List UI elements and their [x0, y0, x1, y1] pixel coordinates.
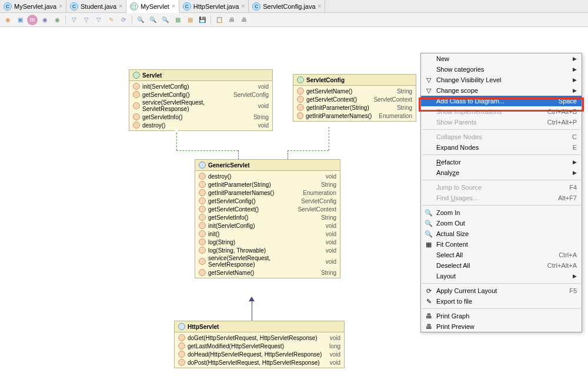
menu-item[interactable]: New▶: [421, 53, 582, 64]
close-icon[interactable]: ×: [172, 3, 175, 9]
return-type: Enumeration: [298, 190, 336, 196]
class-icon: [178, 323, 185, 330]
menu-item[interactable]: Show categories▶: [421, 64, 582, 75]
menu-item[interactable]: 🔍Actual Size: [421, 228, 582, 239]
method-row[interactable]: getServletName()String: [293, 87, 416, 95]
method-row[interactable]: getServletContext()ServletContext: [195, 205, 340, 213]
editor-tab[interactable]: CMyServlet.java×: [0, 0, 66, 12]
method-row[interactable]: init()void: [195, 230, 340, 238]
method-row[interactable]: log(String, Throwable)void: [195, 246, 340, 254]
editor-tab[interactable]: ⬚MyServlet×: [126, 0, 179, 13]
method-name: getInitParameterNames(): [208, 190, 296, 196]
menu-item[interactable]: Deselect AllCtrl+Alt+A: [421, 260, 582, 271]
return-type: void: [253, 122, 269, 129]
toolbar-btn[interactable]: ▽: [81, 15, 92, 25]
menu-item[interactable]: ▽Change scope▶: [421, 85, 582, 96]
method-row[interactable]: service(ServletRequest, ServletResponse)…: [129, 99, 272, 113]
toolbar-btn[interactable]: 📋: [214, 15, 225, 25]
toolbar-btn[interactable]: ▽: [93, 15, 104, 25]
method-row[interactable]: getServletConfig()ServletConfig: [129, 90, 272, 99]
actual-size-icon[interactable]: 🔍: [160, 15, 171, 25]
method-row[interactable]: init(ServletConfig)void: [195, 221, 340, 230]
menu-item[interactable]: 🔍Zoom Out: [421, 218, 582, 228]
method-row[interactable]: getLastModified(HttpServletRequest)long: [175, 342, 344, 350]
menu-item[interactable]: 🖶Print Graph: [421, 311, 582, 321]
method-row[interactable]: getServletContext()ServletContext: [293, 95, 416, 103]
zoom-in-icon[interactable]: 🔍: [135, 15, 146, 25]
method-name: getServletName(): [306, 88, 390, 95]
menu-item[interactable]: ▦Fit Content: [421, 239, 582, 250]
toolbar-btn[interactable]: ◉: [52, 15, 62, 25]
editor-tab[interactable]: CHttpServlet.java×: [179, 0, 249, 12]
method-row[interactable]: getInitParameterNames()Enumeration: [293, 112, 416, 120]
method-row[interactable]: getInitParameter(String)String: [195, 180, 340, 189]
method-name: getServletInfo(): [142, 114, 246, 120]
method-row[interactable]: getServletInfo()String: [195, 213, 340, 221]
method-row[interactable]: destroy()void: [129, 121, 272, 129]
close-icon[interactable]: ×: [241, 3, 245, 9]
toolbar-btn[interactable]: ▣: [15, 15, 25, 25]
method-name: init(ServletConfig): [208, 223, 319, 229]
toolbar-btn[interactable]: ◉: [39, 15, 50, 25]
toolbar-btn[interactable]: ▽: [69, 15, 79, 25]
tab-label: Student.java: [81, 3, 116, 10]
menu-item-shortcut: Ctrl+Alt+B: [547, 108, 577, 115]
menu-item[interactable]: Select AllCtrl+A: [421, 250, 582, 260]
close-icon[interactable]: ×: [318, 3, 322, 9]
method-row[interactable]: doPost(HttpServletRequest, HttpServletRe…: [175, 358, 344, 366]
method-row[interactable]: getServletInfo()String: [129, 113, 272, 121]
menu-item[interactable]: Layout▶: [421, 271, 582, 281]
close-icon[interactable]: ×: [119, 3, 122, 9]
save-icon[interactable]: 💾: [197, 15, 208, 25]
method-icon: [133, 83, 140, 90]
menu-item[interactable]: Add Class to Diagram...Space: [421, 96, 582, 106]
menu-item[interactable]: Refactor▶: [421, 157, 582, 167]
return-type: String: [392, 105, 412, 111]
method-row[interactable]: log(String)void: [195, 238, 340, 246]
class-node-genericservlet[interactable]: GenericServlet destroy()voidgetInitParam…: [195, 159, 340, 278]
menu-item[interactable]: Expand NodesE: [421, 142, 582, 153]
print-icon[interactable]: 🖶: [226, 15, 237, 25]
method-row[interactable]: getInitParameterNames()Enumeration: [195, 189, 340, 197]
method-row[interactable]: destroy()void: [195, 172, 340, 180]
menu-item-icon: 🔍: [424, 209, 433, 217]
toolbar-btn[interactable]: ◉: [2, 15, 13, 25]
menu-item[interactable]: ✎Export to file: [421, 296, 582, 307]
class-node-servletconfig[interactable]: ServletConfig getServletName()StringgetS…: [293, 74, 416, 122]
method-row[interactable]: doHead(HttpServletRequest, HttpServletRe…: [175, 350, 344, 358]
toolbar-btn[interactable]: ✎: [106, 15, 116, 25]
menu-item-icon: 🔍: [424, 220, 433, 227]
context-menu: New▶Show categories▶▽Change Visibility L…: [420, 53, 582, 332]
menu-item[interactable]: 🖶Print Preview: [421, 321, 582, 332]
method-row[interactable]: init(ServletConfig)void: [129, 82, 272, 90]
method-row[interactable]: getServletName()String: [195, 268, 340, 277]
return-type: Enumeration: [374, 113, 412, 119]
class-node-servlet[interactable]: Servlet init(ServletConfig)voidgetServle…: [129, 69, 273, 131]
diagram-file-icon: ⬚: [130, 2, 138, 11]
toolbar-btn[interactable]: ▦: [185, 15, 195, 25]
method-row[interactable]: getInitParameter(String)String: [293, 103, 416, 112]
method-name: init(): [208, 231, 319, 237]
zoom-out-icon[interactable]: 🔍: [148, 15, 158, 25]
toolbar-btn[interactable]: m: [27, 15, 38, 25]
editor-tab[interactable]: CStudent.java×: [66, 0, 126, 12]
class-node-httpservlet[interactable]: HttpServlet doGet(HttpServletRequest, Ht…: [174, 321, 345, 368]
return-type: String: [316, 214, 336, 221]
menu-item[interactable]: ▽Change Visibility Level▶: [421, 75, 582, 85]
method-name: getServletConfig(): [142, 92, 226, 98]
toolbar-btn[interactable]: ⟳: [118, 15, 129, 25]
editor-tab[interactable]: CServletConfig.java×: [249, 0, 325, 12]
menu-item[interactable]: Analyze▶: [421, 167, 582, 178]
method-icon: [199, 247, 206, 254]
method-row[interactable]: doGet(HttpServletRequest, HttpServletRes…: [175, 334, 344, 342]
menu-item-label: Select All: [436, 251, 559, 258]
menu-item-label: Zoom Out: [436, 220, 577, 227]
fit-content-icon[interactable]: ▦: [172, 15, 183, 25]
method-row[interactable]: service(ServletRequest, ServletResponse)…: [195, 254, 340, 268]
method-row[interactable]: getServletConfig()ServletConfig: [195, 197, 340, 205]
close-icon[interactable]: ×: [59, 3, 62, 9]
menu-item-label: Change Visibility Level: [436, 76, 573, 83]
menu-item[interactable]: 🔍Zoom In: [421, 207, 582, 218]
print-preview-icon[interactable]: 🖶: [239, 15, 249, 25]
menu-item[interactable]: ⟳Apply Current LayoutF5: [421, 285, 582, 296]
